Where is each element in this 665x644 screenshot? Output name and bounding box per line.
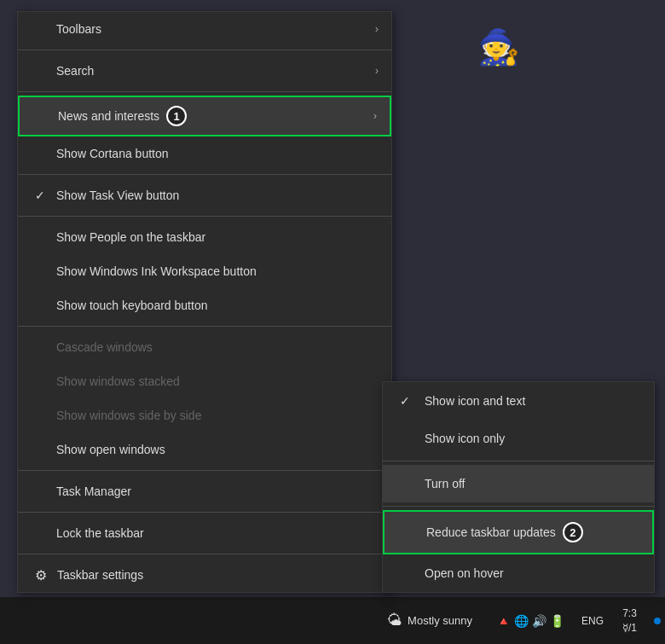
sub-menu-label: Show icon only [425,432,505,445]
gear-icon: ⚙ [35,567,47,583]
menu-label: Show Windows Ink Workspace button [56,264,257,278]
menu-label: Toolbars [56,22,101,36]
avatar-emoji: 🧙 [477,27,520,67]
menu-divider [18,216,391,217]
taskbar-right: 🌤 Mostly sunny 🔺 🌐 🔊 🔋 ENG 7:3 ☿/1 [377,597,661,644]
sub-menu-item-icon-text[interactable]: ✓Show icon and text [383,382,654,420]
menu-item-cortana[interactable]: Show Cortana button [18,136,391,171]
step-circle: 1 [166,106,187,126]
menu-divider [18,174,391,175]
menu-item-sidebyside: Show windows side by side [18,398,391,432]
sub-menu-label: Reduce taskbar updates [426,525,556,539]
main-context-menu: Toolbars›Search›News and interests1›Show… [17,11,392,593]
sub-divider [383,461,654,461]
step-circle: 2 [563,522,583,542]
menu-item-people[interactable]: Show People on the taskbar [18,220,391,254]
sub-menu-item-hover[interactable]: Open on hover [383,554,654,592]
menu-item-lock[interactable]: Lock the taskbar [18,516,391,550]
sub-divider [383,506,654,507]
menu-divider [18,91,391,92]
menu-item-taskmanager[interactable]: Task Manager [18,474,391,508]
menu-divider [18,49,391,50]
language-indicator[interactable]: ENG [578,615,607,627]
menu-label: Show Cortana button [56,147,169,160]
weather-text: Mostly sunny [408,614,472,627]
menu-divider [18,326,391,327]
volume-icon[interactable]: 🔊 [532,614,546,628]
menu-label: Show windows side by side [56,409,201,422]
menu-label: Show windows stacked [56,374,180,388]
clock-date: ☿/1 [622,621,637,635]
sub-menu-label: Turn off [425,477,465,490]
menu-item-cascade: Cascade windows [18,330,391,364]
network-icon[interactable]: 🌐 [514,614,529,628]
menu-label: News and interests [58,109,159,123]
clock[interactable]: 7:3 ☿/1 [614,606,645,635]
sub-menu-item-turn-off[interactable]: Turn off [383,465,654,502]
menu-label: Task Manager [56,484,131,498]
notification-dot[interactable] [654,618,661,624]
sub-context-menu: ✓Show icon and textShow icon onlyTurn of… [382,381,655,593]
checkmark: ✓ [35,189,52,202]
weather-widget[interactable]: 🌤 Mostly sunny [377,612,483,629]
menu-label: Show People on the taskbar [56,230,205,244]
desktop: 🧙 Toolbars›Search›News and interests1›Sh… [0,0,665,644]
menu-item-settings[interactable]: ⚙Taskbar settings [18,558,391,592]
menu-item-news[interactable]: News and interests1› [18,96,391,136]
checkmark: ✓ [400,394,420,408]
submenu-arrow-icon: › [373,110,377,122]
menu-divider [18,470,391,471]
menu-item-toolbars[interactable]: Toolbars› [18,12,391,46]
menu-item-ink[interactable]: Show Windows Ink Workspace button [18,254,391,288]
menu-label: Cascade windows [56,340,153,354]
menu-label: Show touch keyboard button [56,299,207,312]
battery-icon[interactable]: 🔋 [550,614,564,628]
system-tray: 🔺 🌐 🔊 🔋 [489,614,571,628]
tray-chevron-icon[interactable]: 🔺 [496,614,511,628]
sub-menu-label: Show icon and text [425,394,525,408]
sub-menu-item-icon-only[interactable]: Show icon only [383,420,654,457]
sub-menu-label: Open on hover [425,566,504,580]
weather-icon: 🌤 [387,612,402,629]
menu-label: Taskbar settings [57,568,143,582]
menu-divider [18,512,391,513]
submenu-arrow-icon: › [375,23,379,35]
desktop-avatar: 🧙 [473,17,524,77]
menu-label: Show Task View button [56,189,179,202]
menu-divider [18,554,391,554]
menu-item-keyboard[interactable]: Show touch keyboard button [18,288,391,322]
menu-label: Search [56,64,94,78]
menu-item-openwindows[interactable]: Show open windows [18,432,391,467]
submenu-arrow-icon: › [375,65,379,77]
sub-menu-item-reduce[interactable]: Reduce taskbar updates2 [383,510,654,554]
menu-item-search[interactable]: Search› [18,54,391,88]
clock-time: 7:3 [622,606,637,621]
taskbar: 🌤 Mostly sunny 🔺 🌐 🔊 🔋 ENG 7:3 ☿/1 [0,597,665,644]
menu-label: Show open windows [56,443,165,456]
menu-item-stacked: Show windows stacked [18,364,391,398]
menu-item-taskview[interactable]: ✓Show Task View button [18,178,391,212]
menu-label: Lock the taskbar [56,526,144,540]
